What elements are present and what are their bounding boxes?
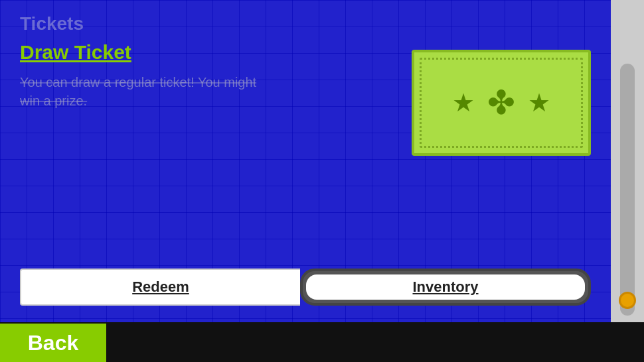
ticket-pixel-art: ★ ★ xyxy=(449,85,554,121)
ticket-star-right: ★ xyxy=(524,88,554,117)
description-text: You can draw a regular ticket! You might… xyxy=(20,73,272,110)
ticket-star-left: ★ xyxy=(449,88,478,117)
back-button[interactable]: Back xyxy=(0,324,106,362)
scrollbar-track[interactable] xyxy=(611,0,644,322)
ticket-cross-center xyxy=(483,85,519,121)
bottom-bar: Back xyxy=(0,322,644,362)
redeem-button[interactable]: Redeem xyxy=(20,269,300,306)
inventory-button[interactable]: Inventory xyxy=(306,274,585,300)
tickets-label: Tickets xyxy=(20,13,591,34)
inventory-button-wrapper: Inventory xyxy=(300,269,591,306)
scrollbar-handle[interactable] xyxy=(620,64,635,316)
buttons-area: Redeem Inventory xyxy=(20,269,591,306)
scrollbar-knob xyxy=(619,292,636,309)
ticket-image: ★ ★ xyxy=(412,50,591,156)
